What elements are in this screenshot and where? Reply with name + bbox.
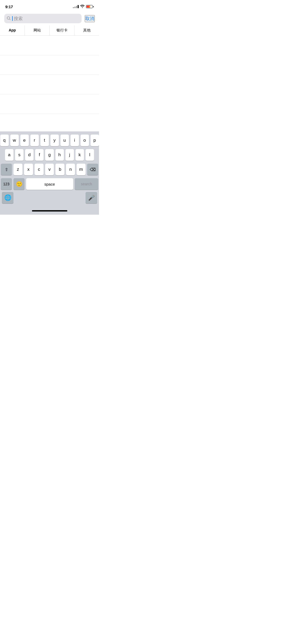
signal-icon: [73, 5, 79, 8]
wifi-icon: [80, 5, 84, 9]
cursor: [12, 16, 13, 21]
keyboard-row-3: ⇧ z x c v b n m ⌫: [1, 164, 98, 175]
key-h[interactable]: h: [55, 149, 64, 161]
key-l[interactable]: l: [86, 149, 94, 161]
cancel-button[interactable]: 取消: [85, 15, 95, 22]
shift-key[interactable]: ⇧: [1, 164, 12, 175]
search-bar: 搜索 取消: [0, 12, 99, 25]
key-x[interactable]: x: [24, 164, 33, 175]
content-row-1: [0, 36, 99, 55]
keyboard-row-2: a s d f g h j k l: [1, 149, 98, 161]
battery-icon: ⚡: [86, 5, 94, 8]
home-bar: [32, 210, 67, 211]
tab-bankcard[interactable]: 银行卡: [50, 25, 74, 35]
tab-app[interactable]: App: [0, 25, 25, 35]
mic-key[interactable]: 🎤: [86, 192, 97, 204]
backspace-key[interactable]: ⌫: [87, 164, 98, 175]
key-q[interactable]: q: [0, 135, 9, 146]
space-key[interactable]: space: [26, 178, 73, 190]
key-e[interactable]: e: [20, 135, 29, 146]
content-row-2: [0, 55, 99, 75]
status-bar: 9:17 ⚡: [0, 0, 99, 12]
tab-other[interactable]: 其他: [74, 25, 99, 35]
key-r[interactable]: r: [30, 135, 39, 146]
key-b[interactable]: b: [55, 164, 64, 175]
key-s[interactable]: s: [15, 149, 23, 161]
keyboard-bottom-row: 🌐 🎤: [1, 192, 98, 204]
content-row-5: [0, 114, 99, 134]
globe-key[interactable]: 🌐: [2, 192, 13, 204]
key-a[interactable]: a: [5, 149, 13, 161]
keyboard: q w e r t y u i o p a s d f g h j k l ⇧ …: [0, 131, 99, 215]
key-j[interactable]: j: [65, 149, 74, 161]
content-row-4: [0, 94, 99, 114]
search-key[interactable]: search: [75, 178, 98, 190]
key-v[interactable]: v: [45, 164, 54, 175]
status-icons: ⚡: [73, 5, 94, 9]
segment-control: App 网站 银行卡 其他: [0, 25, 99, 36]
key-w[interactable]: w: [10, 135, 19, 146]
number-key[interactable]: 123: [1, 178, 12, 190]
key-u[interactable]: u: [60, 135, 69, 146]
keyboard-row-4: 123 🙂 space search: [1, 178, 98, 190]
search-placeholder: 搜索: [12, 16, 79, 22]
content-row-3: [0, 75, 99, 94]
emoji-key[interactable]: 🙂: [13, 178, 25, 190]
search-icon: [7, 16, 11, 21]
key-t[interactable]: t: [40, 135, 49, 146]
key-p[interactable]: p: [91, 135, 99, 146]
key-m[interactable]: m: [77, 164, 86, 175]
key-g[interactable]: g: [45, 149, 54, 161]
key-o[interactable]: o: [81, 135, 89, 146]
home-indicator: [1, 205, 98, 214]
search-field[interactable]: 搜索: [4, 14, 82, 23]
status-time: 9:17: [5, 4, 13, 9]
tab-website[interactable]: 网站: [25, 25, 50, 35]
key-y[interactable]: y: [50, 135, 59, 146]
key-c[interactable]: c: [35, 164, 44, 175]
key-n[interactable]: n: [66, 164, 75, 175]
keyboard-row-1: q w e r t y u i o p: [1, 135, 98, 146]
key-d[interactable]: d: [25, 149, 34, 161]
key-z[interactable]: z: [13, 164, 22, 175]
key-k[interactable]: k: [76, 149, 84, 161]
key-f[interactable]: f: [35, 149, 44, 161]
key-i[interactable]: i: [70, 135, 79, 146]
